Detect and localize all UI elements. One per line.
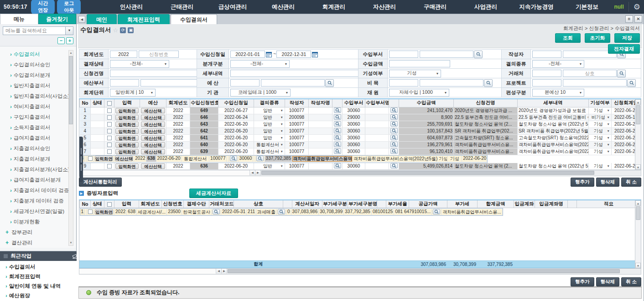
row-checkbox[interactable] <box>107 115 112 120</box>
sidebar-group-0[interactable]: +장부관리 <box>0 227 76 238</box>
cancel-button[interactable]: 취 소 <box>621 178 641 187</box>
sidebar-item-6[interactable]: ›구입지출결의서 <box>0 112 76 122</box>
search-lookup-icon[interactable] <box>390 121 398 127</box>
input-screen-button[interactable]: 입력화면 <box>115 149 139 154</box>
sidebar-item-9[interactable]: ›지출결의서승인 <box>0 143 76 154</box>
customer-search-icon[interactable] <box>617 70 626 77</box>
budget-code-input[interactable] <box>230 79 260 87</box>
topbar-menu-2[interactable]: 급상여관리 <box>207 0 258 14</box>
plus-icon[interactable]: + <box>5 229 9 235</box>
reset-button[interactable]: 초기화 <box>585 33 610 43</box>
sidebar-item-14[interactable]: ›지출분개 데이터 검증 <box>0 196 76 206</box>
income-amount-input[interactable] <box>389 60 450 67</box>
search-button[interactable]: 조회 <box>555 33 581 43</box>
tree-collapse-button[interactable]: − <box>57 37 65 44</box>
tab-income-decision[interactable]: 수입결의서 <box>171 14 217 24</box>
sidebar-item-11[interactable]: ›지출결의서분개(사업소) <box>0 164 76 175</box>
menu-search-input[interactable]: 메뉴를 검색하세요 ▼ <box>3 26 73 35</box>
scroll-right-icon[interactable]: ▶ <box>222 269 227 274</box>
row-delete-button[interactable]: 행삭제 <box>596 178 620 187</box>
e-approval-button[interactable]: 전자결재 <box>608 44 640 54</box>
search-lookup-icon[interactable] <box>390 114 398 120</box>
input-screen-button[interactable]: 입력화면 <box>95 156 113 161</box>
grid2-horizontal-scrollbar[interactable]: ◀ ▶ <box>79 269 641 275</box>
budget-select-button[interactable]: 예산선택 <box>141 122 165 127</box>
search-lookup-icon[interactable] <box>433 209 440 214</box>
row-add-button[interactable]: 행추가 <box>571 178 594 187</box>
sidebar-splitter-handle[interactable] <box>79 137 83 182</box>
recent-item-2[interactable]: ›일반이체 연동 및 내역 <box>0 281 82 291</box>
fiscal-year-input[interactable]: 2022 <box>110 51 137 58</box>
sidebar-item-13[interactable]: ›지출결의서 데이터 검증 <box>0 185 76 196</box>
search-lookup-icon[interactable] <box>390 128 398 133</box>
calendar-icon[interactable] <box>266 51 272 57</box>
budget-select-button[interactable]: 예산선택 <box>141 108 165 113</box>
budget-select-button[interactable]: 예산선택 <box>141 128 165 134</box>
plus-icon[interactable]: + <box>5 240 9 246</box>
budget-dept-code-input[interactable] <box>110 79 139 87</box>
row-checkbox[interactable] <box>107 149 112 154</box>
tab-scroll-left-icon[interactable]: ◀ <box>78 16 85 23</box>
sidebar-item-4[interactable]: ›일반지출결의서(사업소) <box>0 91 76 102</box>
cancel-button[interactable]: 취 소 <box>621 277 641 286</box>
budget-select-button[interactable]: 예산선택 <box>141 142 165 148</box>
expense-item-name-input[interactable] <box>420 79 483 87</box>
invoice-merge-button[interactable]: 계산서통합처리 <box>79 178 122 187</box>
income-request-date-to-input[interactable]: 2022-12-31 <box>276 51 311 58</box>
scroll-down-icon[interactable]: ▼ <box>635 263 641 268</box>
scroll-up-icon[interactable]: ▲ <box>635 200 641 206</box>
sidebar-item-3[interactable]: ›일반지출결의서 <box>0 81 76 91</box>
topbar-menu-0[interactable]: 인사관리 <box>106 0 156 14</box>
expense-item-code-input[interactable] <box>389 79 418 87</box>
row-checkbox[interactable] <box>107 108 112 113</box>
search-lookup-icon[interactable] <box>390 107 398 113</box>
recent-item-1[interactable]: ›회계전표입력 <box>0 272 82 281</box>
sidebar-item-7[interactable]: ›소득지출결의서 <box>0 122 76 133</box>
sidebar-item-15[interactable]: ›세금계산서연결(일괄) <box>0 206 76 217</box>
topbar-menu-3[interactable]: 예산관리 <box>258 0 308 14</box>
sidebar-item-0[interactable]: ›수입결의서 <box>0 49 76 60</box>
scroll-left-icon[interactable]: ◀ <box>216 269 222 274</box>
decision-type-select[interactable]: -전체-▼ <box>532 60 584 68</box>
table-row[interactable]: 6입력화면예산선택20226402022-06-20통합계산서▼10007730… <box>80 141 641 148</box>
topbar-menu-5[interactable]: 자산관리 <box>359 0 410 14</box>
table-row[interactable]: 3입력화면예산선택20226432022-06-20일반▼10007730060… <box>80 121 641 128</box>
table-row[interactable]: 8입력화면예산선택20226382022-06-20통합계산서▼10007730… <box>80 155 488 163</box>
scroll-down-icon[interactable]: ▼ <box>69 240 73 245</box>
search-lookup-icon[interactable] <box>390 142 398 147</box>
scroll-down-icon[interactable]: ▼ <box>635 164 641 170</box>
income-dept-code-input[interactable] <box>389 51 418 58</box>
tax-invoice-data-button[interactable]: 세금계산서자료 <box>189 189 238 198</box>
income-dept-name-input[interactable] <box>420 51 473 58</box>
input-screen-button[interactable]: 입력화면 <box>115 122 139 127</box>
grid1-vertical-scrollbar[interactable]: ▲ ▼ <box>635 99 641 170</box>
search-lookup-icon[interactable] <box>256 156 264 161</box>
project-search-icon[interactable] <box>627 79 636 87</box>
budget-name-input[interactable] <box>261 79 325 87</box>
input-screen-button[interactable]: 입력화면 <box>115 115 139 120</box>
recent-item-3[interactable]: ›예산원장 <box>0 291 82 301</box>
row-add-button[interactable]: 행추가 <box>571 277 594 286</box>
search-lookup-icon[interactable] <box>334 163 341 168</box>
search-lookup-icon[interactable] <box>334 107 341 113</box>
calendar-icon[interactable] <box>312 51 318 57</box>
table-row[interactable]: 1입력화면예산선택20226492022-06-27일반▼10007730060… <box>80 107 641 114</box>
select-all-checkbox[interactable] <box>107 202 112 207</box>
tab-main[interactable]: 메인 <box>87 14 117 24</box>
search-lookup-icon[interactable] <box>334 121 341 127</box>
table-row[interactable]: 9입력화면예산선택20226362022-06-20일반▼10007730060… <box>80 163 641 170</box>
search-lookup-icon[interactable] <box>334 135 341 140</box>
customer-code-input[interactable] <box>532 70 561 77</box>
scroll-right-icon[interactable]: ▶ <box>255 170 261 175</box>
approval-status-select[interactable]: -전체-▼ <box>110 60 169 68</box>
save-button[interactable]: 저장 <box>614 33 640 43</box>
project-code-input[interactable] <box>532 79 561 87</box>
customer-name-input[interactable]: 상호 <box>563 70 617 77</box>
table-row[interactable]: 5입력화면예산선택20226412022-06-20일반▼10007730060… <box>80 134 641 141</box>
sidebar-item-16[interactable]: ›미분개현황 <box>0 217 76 227</box>
sidebar-item-1[interactable]: ›수입결의서승인 <box>0 60 76 70</box>
sidebar-item-2[interactable]: ›수입결의서분개 <box>0 70 76 81</box>
row-checkbox[interactable] <box>107 136 112 140</box>
search-lookup-icon[interactable] <box>230 156 237 161</box>
sidebar-item-12[interactable]: ›급여지출결의서분개 <box>0 175 76 185</box>
